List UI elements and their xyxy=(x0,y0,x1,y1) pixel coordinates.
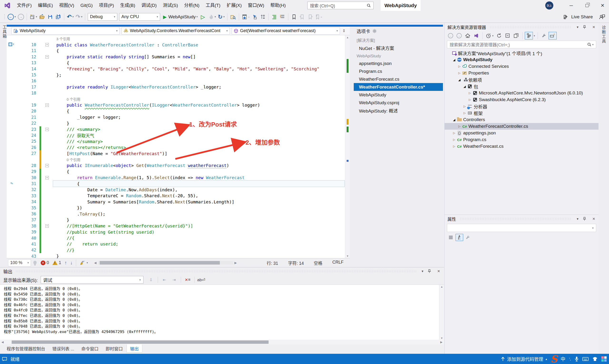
microphone-icon[interactable] xyxy=(575,356,579,362)
redo-button[interactable]: ↷▾ xyxy=(75,12,83,21)
split-window-icon[interactable]: ⇕ xyxy=(342,28,345,33)
output-horizontal-scrollbar[interactable]: ◀ ▶ xyxy=(0,340,444,344)
close-button[interactable]: ✕ xyxy=(597,0,608,11)
expanded-arrow-icon[interactable]: ◢ xyxy=(452,58,456,62)
codelens-row[interactable]: 3 个引用 xyxy=(7,36,344,42)
document-tab[interactable]: WebApiStudy xyxy=(354,91,443,99)
hot-reload-button[interactable]: ▾ xyxy=(208,12,217,21)
code-line-19[interactable]: 19−public WeatherForecastController(ILog… xyxy=(7,102,344,108)
restore-button[interactable] xyxy=(581,0,592,11)
tree-item[interactable]: ▷框架 xyxy=(445,110,598,116)
solution-explorer-search[interactable]: 搜索解决方案资源管理器(Ctrl+;) ▾ xyxy=(447,41,596,48)
se-sync-active-document-button[interactable] xyxy=(525,32,533,39)
code-line-41[interactable]: 41// return userid; xyxy=(7,241,344,247)
code-line-42[interactable]: 42//} xyxy=(7,247,344,253)
start-debugging-button[interactable]: ▶WebApiStudy▾ xyxy=(161,12,200,21)
next-issue-button[interactable]: ↓ xyxy=(70,260,73,265)
menu-item-S[interactable]: 测试(S) xyxy=(160,0,181,11)
code-line-40[interactable]: 40//{ xyxy=(7,235,344,241)
caret-line-indicator[interactable]: 行: 31 xyxy=(267,260,278,266)
document-tab[interactable]: WeatherForecastController.cs* xyxy=(354,83,443,91)
codelens-row[interactable]: 0 个引用 xyxy=(7,156,344,162)
menu-item-T[interactable]: 工具(T) xyxy=(202,0,223,11)
code-line-35[interactable]: 35}) xyxy=(7,205,344,211)
se-back-button[interactable]: ← xyxy=(447,32,455,39)
collapse-region-icon[interactable]: − xyxy=(45,176,49,179)
scroll-down-icon[interactable]: ▼ xyxy=(439,337,444,339)
output-vertical-scrollbar[interactable]: ▲ ▼ xyxy=(439,285,444,340)
code-line-43[interactable]: 43} xyxy=(7,253,344,258)
code-health-button[interactable] xyxy=(33,260,37,265)
restart-button[interactable]: ↻▾ xyxy=(217,12,226,21)
code-line-15[interactable]: 15}; xyxy=(7,72,344,78)
collapse-region-icon[interactable]: − xyxy=(45,55,49,59)
skin-icon[interactable] xyxy=(592,357,597,361)
clear-all-icon[interactable]: ✕≡ xyxy=(183,276,192,284)
tree-item[interactable]: ▷C#WeatherForecast.cs xyxy=(445,143,598,150)
gear-icon[interactable] xyxy=(373,29,376,33)
scroll-up-icon[interactable]: ▲ xyxy=(439,285,444,288)
code-line-39[interactable]: 39//public string Get(string userid) xyxy=(7,229,344,235)
diagnostics-vertical-tab[interactable]: 诊断工具 xyxy=(600,26,606,43)
code-line-23[interactable]: 23−/// <summary> xyxy=(7,126,344,132)
fold-margin[interactable]: − xyxy=(41,55,53,59)
sogou-toolbox-icon[interactable] xyxy=(601,356,607,362)
start-without-debugging-button[interactable]: ▶ xyxy=(200,12,208,21)
pin-icon[interactable] xyxy=(428,269,433,273)
prev-bookmark-button[interactable] xyxy=(298,12,306,21)
collapsed-arrow-icon[interactable]: ▷ xyxy=(452,138,456,141)
menu-item-E[interactable]: 编辑(E) xyxy=(35,0,56,11)
tool-window-tab[interactable]: 即时窗口 xyxy=(102,344,126,352)
expanded-arrow-icon[interactable]: ◢ xyxy=(452,118,456,122)
code-line-32[interactable]: 32Date = DateTime.Now.AddDays(index), xyxy=(7,187,344,193)
tree-item[interactable]: ▷Swashbuckle.AspNetCore (6.2.3) xyxy=(445,96,598,103)
tree-item[interactable]: ▷Microsoft.AspNetCore.Mvc.NewtonsoftJson… xyxy=(445,90,598,96)
editor-horizontal-scrollbar[interactable]: ◀ ▶ xyxy=(93,261,238,265)
tool-window-tab[interactable]: 错误列表 ... xyxy=(49,344,78,352)
collapsed-arrow-icon[interactable]: ▷ xyxy=(452,131,456,135)
codelens-row[interactable]: 0 个引用 xyxy=(7,96,344,102)
code-line-34[interactable]: 34Summary = Summaries[Random.Shared.Next… xyxy=(7,199,344,205)
se-preview-selected-button[interactable] xyxy=(512,32,520,39)
collapsed-arrow-icon[interactable]: ▷ xyxy=(467,98,472,101)
hscroll-thumb[interactable] xyxy=(100,261,220,265)
close-icon[interactable]: ✕ xyxy=(591,217,597,221)
expanded-arrow-icon[interactable]: ◢ xyxy=(462,85,467,88)
property-pages-button[interactable] xyxy=(464,234,472,241)
solution-platform-combo[interactable]: Any CPU▾ xyxy=(119,13,160,21)
sogou-input-icon[interactable]: S xyxy=(550,354,557,364)
se-wrench-button[interactable] xyxy=(540,32,548,39)
caret-column-indicator[interactable]: 字符: 14 xyxy=(288,260,304,266)
class-dropdown[interactable]: WebApiStudy.Controllers.WeatherForecastC… xyxy=(122,27,230,35)
code-editor[interactable]: 3 个引用10−public class WeatherForecastCont… xyxy=(7,35,350,258)
scroll-down-icon[interactable]: ▼ xyxy=(345,254,350,258)
prev-issue-button[interactable]: ↑ xyxy=(65,260,67,265)
categorized-button[interactable] xyxy=(447,234,455,241)
keyboard-icon[interactable] xyxy=(582,357,589,361)
code-line-11[interactable]: 11{ xyxy=(7,48,344,54)
save-button[interactable] xyxy=(46,12,54,21)
collapsed-arrow-icon[interactable]: ▷ xyxy=(457,125,462,128)
format-document-button[interactable] xyxy=(278,12,286,21)
collapsed-arrow-icon[interactable]: ▷ xyxy=(457,65,462,68)
solution-configuration-combo[interactable]: Debug▾ xyxy=(88,13,117,21)
code-line-28[interactable]: 28−public IEnumerable<object> Get(Weathe… xyxy=(7,162,344,169)
tool-window-tab[interactable]: 程序包管理器控制台 xyxy=(3,344,49,352)
panel-drag-handle[interactable] xyxy=(16,270,416,273)
prev-message-icon[interactable]: ⇤ xyxy=(160,276,169,284)
document-tab[interactable]: appsettings.json xyxy=(354,59,443,67)
tree-item[interactable]: ▷分析器 xyxy=(445,103,598,110)
se-forward-button[interactable]: → xyxy=(455,32,463,39)
save-all-button[interactable] xyxy=(54,12,62,21)
expanded-arrow-icon[interactable]: ◢ xyxy=(457,78,462,82)
se-home-button[interactable] xyxy=(464,32,472,39)
word-wrap-icon[interactable]: ab⏎ xyxy=(197,276,206,284)
se-switch-views-button[interactable] xyxy=(472,32,480,39)
feedback-status-icon[interactable] xyxy=(2,357,7,361)
tree-item[interactable]: ◢包 xyxy=(445,83,598,90)
panel-drag-handle[interactable] xyxy=(489,26,571,28)
code-line-18[interactable]: 18 xyxy=(7,90,344,96)
tree-item[interactable]: ◢WebApiStudy xyxy=(445,56,598,63)
find-in-files-button[interactable] xyxy=(229,12,237,21)
live-share-button[interactable]: Live Share xyxy=(564,14,593,20)
